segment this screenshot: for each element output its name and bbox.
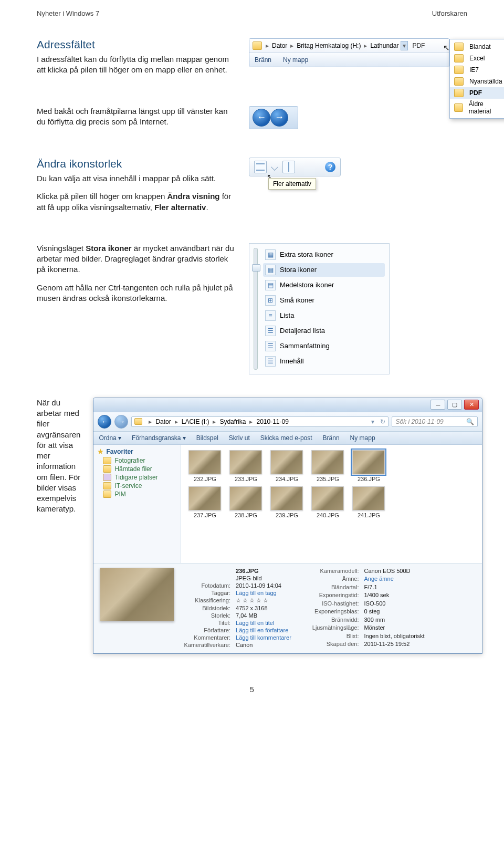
dropdown-item[interactable]: Blandat (450, 41, 504, 53)
view-option[interactable]: ▤Medelstora ikoner (263, 278, 385, 292)
view-option[interactable]: ▦Extra stora ikoner (263, 248, 385, 262)
section1-title: Adressfältet (37, 38, 236, 51)
fav-item[interactable]: Hämtade filer (103, 465, 176, 473)
fav-item[interactable]: Fotografier (103, 457, 176, 464)
minimize-button[interactable]: ─ (430, 400, 445, 410)
search-input[interactable]: Sök i 2010-11-09🔍 (392, 416, 478, 427)
chevron-icon[interactable]: ▾ (401, 41, 408, 50)
page-number: 5 (37, 685, 467, 694)
header-left: Nyheter i Windows 7 (37, 9, 99, 17)
file-thumb[interactable]: 241.JPG (352, 486, 385, 518)
dropdown-item[interactable]: PDF (450, 87, 504, 99)
address-bar[interactable]: ▸Dator ▸LACIE (I:) ▸Sydafrika ▸2010-11-0… (131, 416, 388, 427)
nav-pane: ★Favoriter Fotografier Hämtade filer Tid… (93, 445, 181, 563)
section2-body: Med bakåt och framåtpilarna längst upp t… (37, 106, 236, 128)
tool-slideshow[interactable]: Bildspel (196, 434, 218, 442)
nav-arrows-screenshot: ← → (249, 106, 298, 129)
slider-thumb[interactable] (252, 264, 260, 272)
chevron-icon[interactable]: ▸ (363, 42, 368, 49)
section4-p1: Visningsläget Stora ikoner är mycket anv… (37, 243, 236, 275)
section1-body: I adressfältet kan du förflytta dig mell… (37, 54, 236, 76)
fav-item[interactable]: IT-service (103, 482, 176, 489)
section3-title: Ändra ikonstorlek (37, 158, 236, 170)
view-option[interactable]: ☰Sammanfattning (263, 339, 385, 353)
file-thumb[interactable]: 234.JPG (270, 450, 303, 482)
section3-p1: Du kan välja att visa innehåll i mappar … (37, 173, 236, 184)
file-thumb[interactable]: 235.JPG (311, 450, 344, 482)
view-menu-screenshot: ▦Extra stora ikoner ▦Stora ikoner ▤Medel… (249, 243, 390, 374)
tool-burn[interactable]: Bränn (323, 434, 340, 442)
favorites-header[interactable]: ★Favoriter (98, 448, 176, 455)
section4-p2: Genom att hålla ner Ctrl-tangenten och r… (37, 283, 236, 304)
section5-body: När du arbetar med filer avgränsaren för… (37, 398, 80, 515)
view-option[interactable]: ☰Innehåll (263, 354, 385, 368)
dropdown-item[interactable]: Excel (450, 53, 504, 64)
file-thumb[interactable]: 232.JPG (188, 450, 221, 482)
file-thumb[interactable]: 239.JPG (270, 486, 303, 518)
chevron-icon[interactable]: ▸ (289, 42, 295, 49)
file-thumb[interactable]: 236.JPG (352, 450, 385, 482)
folder-dropdown: Blandat Excel IE7 Nyanställda PDF Äldre … (449, 39, 504, 119)
toolbar-burn[interactable]: Bränn (255, 56, 271, 64)
folder-icon (253, 41, 262, 50)
view-option[interactable]: ☰Detaljerad lista (263, 324, 385, 338)
view-option[interactable]: ⊞Små ikoner (263, 294, 385, 307)
address-bar-screenshot: ▸ Dator ▸ Britag Hemkatalog (H:) ▸ Lathu… (249, 38, 449, 67)
tool-email[interactable]: Skicka med e-post (260, 434, 312, 442)
folder-icon (134, 418, 142, 425)
chevron-icon[interactable]: ▸ (265, 42, 270, 49)
size-slider[interactable] (254, 248, 258, 370)
back-button[interactable]: ← (98, 415, 111, 429)
back-button[interactable]: ← (253, 109, 270, 127)
file-thumb[interactable]: 237.JPG (188, 486, 221, 518)
file-thumb[interactable]: 238.JPG (229, 486, 262, 518)
details-pane: 236.JPGJPEG-bildFotodatum:2010-11-09 14:… (93, 563, 482, 653)
fav-item[interactable]: PIM (103, 491, 176, 498)
help-icon[interactable]: ? (325, 162, 335, 172)
view-option[interactable]: ▦Stora ikoner (263, 263, 385, 277)
forward-button[interactable]: → (114, 415, 128, 429)
dropdown-item[interactable]: IE7 (450, 64, 504, 76)
explorer-window: ─ ▢ ✕ ← → ▸Dator ▸LACIE (I:) ▸Sydafrika … (93, 398, 482, 654)
view-buttons-screenshot: ? ↖ Fler alternativ (249, 158, 341, 176)
tool-preview[interactable]: Förhandsgranska ▾ (132, 434, 186, 442)
toolbar-newfolder[interactable]: Ny mapp (283, 56, 308, 64)
breadcrumb[interactable]: Britag Hemkatalog (H:) (295, 41, 363, 50)
breadcrumb[interactable]: Dator (270, 41, 289, 50)
view-dropdown-icon[interactable] (271, 163, 278, 171)
fav-item[interactable]: Tidigare platser (103, 474, 176, 481)
dropdown-item[interactable]: Äldre material (450, 99, 504, 117)
file-thumb[interactable]: 240.JPG (311, 486, 344, 518)
header-right: Utforskaren (432, 9, 467, 17)
tooltip: Fler alternativ (268, 178, 316, 190)
thumbnails-area: 232.JPG 233.JPG 234.JPG 235.JPG 236.JPG … (181, 445, 482, 563)
maximize-button[interactable]: ▢ (447, 400, 462, 410)
tool-newfolder[interactable]: Ny mapp (350, 434, 375, 442)
breadcrumb[interactable]: PDF (410, 41, 427, 50)
forward-button[interactable]: → (270, 109, 288, 127)
preview-image (100, 568, 174, 621)
dropdown-item[interactable]: Nyanställda (450, 76, 504, 87)
close-button[interactable]: ✕ (464, 400, 479, 410)
tool-organize[interactable]: Ordna ▾ (99, 434, 121, 442)
view-list-icon[interactable] (254, 161, 267, 173)
tool-print[interactable]: Skriv ut (229, 434, 250, 442)
file-thumb[interactable]: 233.JPG (229, 450, 262, 482)
breadcrumb[interactable]: Lathundar (368, 41, 401, 50)
preview-pane-icon[interactable] (282, 161, 295, 173)
section3-p2: Klicka på pilen till höger om knappen Än… (37, 191, 236, 213)
view-option[interactable]: ≡Lista (263, 309, 385, 322)
